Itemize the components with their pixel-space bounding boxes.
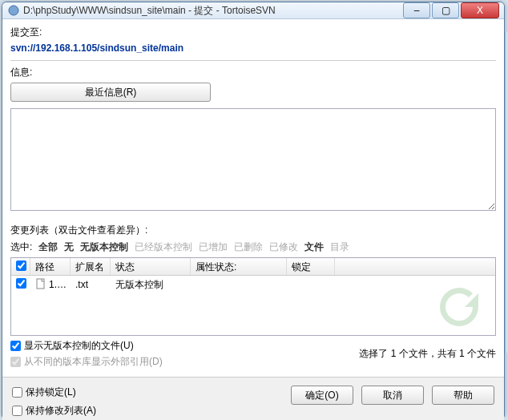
filter-versioned[interactable]: 已经版本控制 [135, 240, 192, 254]
show-unversioned-checkbox[interactable]: 显示无版本控制的文件(U) [10, 339, 163, 353]
file-list-body: 1.… .txt 无版本控制 [11, 276, 495, 335]
commit-dialog: D:\phpStudy\WWW\sindsun_site\main - 提交 -… [2, 2, 505, 417]
file-list[interactable]: 路径 扩展名 状态 属性状态: 锁定 1.… .txt 无版本控制 [10, 257, 496, 336]
row-lock [287, 283, 335, 286]
filter-dirs[interactable]: 目录 [330, 240, 349, 254]
table-row[interactable]: 1.… .txt 无版本控制 [11, 276, 495, 293]
row-prop-status [191, 283, 287, 286]
col-ext[interactable]: 扩展名 [71, 258, 111, 275]
status-row: 显示无版本控制的文件(U) 从不同的版本库显示外部引用(D) 选择了 1 个文件… [10, 339, 496, 369]
maximize-button[interactable]: ▢ [432, 2, 459, 18]
divider [10, 60, 496, 61]
cancel-button[interactable]: 取消 [361, 386, 424, 405]
filter-modified[interactable]: 已修改 [269, 240, 298, 254]
svg-rect-1 [37, 279, 44, 289]
col-check[interactable] [11, 258, 30, 275]
col-status[interactable]: 状态 [111, 258, 191, 275]
row-ext: .txt [71, 277, 111, 292]
select-all-checkbox[interactable] [16, 260, 26, 271]
commit-url: svn://192.168.1.105/sindsun_site/main [10, 42, 496, 54]
keep-changelists-checkbox[interactable]: 保持修改列表(A) [12, 404, 284, 418]
filter-row: 选中: 全部 无 无版本控制 已经版本控制 已增加 已删除 已修改 文件 目录 [10, 240, 496, 254]
commit-message-input[interactable] [10, 108, 496, 211]
titlebar[interactable]: D:\phpStudy\WWW\sindsun_site\main - 提交 -… [2, 2, 504, 19]
selection-summary: 选择了 1 个文件，共有 1 个文件 [359, 347, 496, 361]
filter-added[interactable]: 已增加 [199, 240, 228, 254]
keep-locks-checkbox[interactable]: 保持锁定(L) [12, 386, 284, 399]
ok-button[interactable]: 确定(O) [291, 386, 353, 405]
dialog-buttons: 确定(O) 取消 帮助 [291, 386, 494, 405]
row-path: 1.… [49, 279, 67, 290]
window-title: D:\phpStudy\WWW\sindsun_site\main - 提交 -… [23, 4, 403, 18]
file-list-header[interactable]: 路径 扩展名 状态 属性状态: 锁定 [11, 258, 495, 276]
tortoisesvn-icon [7, 4, 20, 17]
filter-none[interactable]: 无 [64, 240, 74, 254]
row-checkbox[interactable] [16, 278, 26, 289]
row-status: 无版本控制 [111, 277, 191, 293]
close-button[interactable]: X [461, 2, 499, 18]
info-label: 信息: [10, 66, 496, 79]
window-controls: – ▢ X [403, 2, 499, 18]
dialog-content: 提交至: svn://192.168.1.105/sindsun_site/ma… [2, 19, 504, 377]
filter-all[interactable]: 全部 [38, 240, 58, 254]
changelist-heading: 变更列表（双击文件查看差异）: [10, 224, 496, 237]
background-sliver [505, 32, 508, 353]
col-prop-status[interactable]: 属性状态: [191, 258, 287, 275]
bottom-bar: 保持锁定(L) 保持修改列表(A) 确定(O) 取消 帮助 [2, 377, 504, 420]
filter-label: 选中: [10, 240, 32, 254]
commit-to-label: 提交至: [10, 26, 496, 39]
filter-unversioned[interactable]: 无版本控制 [80, 240, 128, 254]
recent-messages-button[interactable]: 最近信息(R) [10, 83, 211, 102]
col-path[interactable]: 路径 [30, 258, 71, 275]
filter-files[interactable]: 文件 [304, 240, 324, 254]
help-button[interactable]: 帮助 [432, 386, 494, 405]
col-lock[interactable]: 锁定 [287, 258, 335, 275]
file-icon [35, 278, 46, 292]
svg-point-0 [9, 6, 18, 15]
show-externals-checkbox: 从不同的版本库显示外部引用(D) [10, 355, 163, 369]
filter-deleted[interactable]: 已删除 [234, 240, 263, 254]
minimize-button[interactable]: – [403, 2, 430, 18]
